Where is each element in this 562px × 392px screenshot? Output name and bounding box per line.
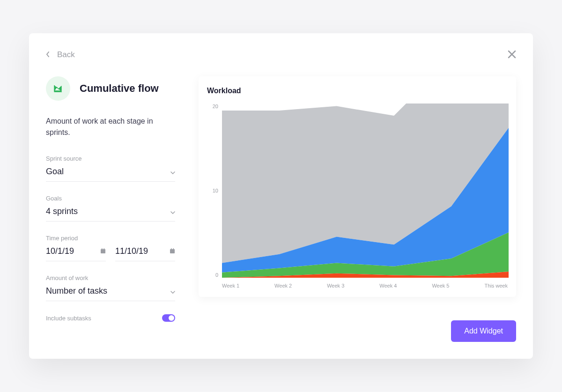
y-tick: 10 [213,188,218,193]
panel-title: Cumulative flow [80,82,159,95]
calendar-icon [100,247,106,256]
x-tick: Week 1 [222,283,239,288]
svg-rect-0 [101,249,105,253]
add-widget-button[interactable]: Add Widget [451,320,516,342]
svg-rect-5 [173,248,174,250]
x-tick: Week 2 [274,283,292,288]
goals-select[interactable]: 4 sprints [46,207,175,222]
back-label: Back [57,50,75,59]
panel-subtitle: Amount of work at each stage in sprints. [46,116,175,138]
goals-field: Goals 4 sprints [46,195,175,222]
time-period-label: Time period [46,235,175,242]
svg-rect-2 [104,248,105,250]
time-period-field: Time period 10/1/19 11/10/19 [46,235,175,261]
y-tick: 20 [213,104,218,109]
svg-rect-4 [171,248,172,250]
x-tick: Week 4 [379,283,397,288]
sprint-source-label: Sprint source [46,155,175,162]
end-date-input[interactable]: 11/10/19 [115,246,175,261]
chevron-left-icon [46,50,50,59]
modal-header: Back [46,48,516,61]
close-button[interactable] [508,48,516,61]
widget-config-modal: Back Cumulative flow Amount of work at e… [29,33,533,359]
y-axis: 20 10 0 [207,104,218,278]
chevron-down-icon [170,287,175,296]
start-date-input[interactable]: 10/1/19 [46,246,106,261]
preview-panel: Workload 20 10 0 Week 1Week 2Week 3Week … [199,76,516,342]
amount-of-work-select[interactable]: Number of tasks [46,286,175,301]
goals-label: Goals [46,195,175,202]
back-button[interactable]: Back [46,50,75,59]
chevron-down-icon [170,168,175,176]
amount-of-work-field: Amount of work Number of tasks [46,274,175,301]
date-range-row: 10/1/19 11/10/19 [46,246,175,261]
chart-title: Workload [207,87,508,95]
modal-content: Cumulative flow Amount of work at each s… [46,76,516,342]
x-tick: Week 3 [327,283,344,288]
toggle-knob [169,315,174,321]
x-axis: Week 1Week 2Week 3Week 4Week 5This week [222,283,508,288]
footer-row: Add Widget [199,320,516,342]
sprint-source-field: Sprint source Goal [46,155,175,182]
svg-rect-1 [102,248,103,250]
amount-of-work-label: Amount of work [46,274,175,281]
goals-value: 4 sprints [46,207,78,216]
include-subtasks-label: Include subtasks [46,315,91,322]
chart-svg [222,104,509,278]
chevron-down-icon [170,207,175,216]
chart-container: Workload 20 10 0 Week 1Week 2Week 3Week … [199,76,516,297]
area-chart-icon [46,76,70,101]
panel-title-row: Cumulative flow [46,76,175,101]
x-tick: This week [484,283,508,288]
end-date-value: 11/10/19 [115,246,148,256]
svg-rect-3 [170,249,175,253]
sprint-source-value: Goal [46,167,64,177]
amount-of-work-value: Number of tasks [46,286,107,296]
calendar-icon [170,247,175,256]
y-tick: 0 [215,272,218,278]
include-subtasks-toggle[interactable] [162,314,175,322]
x-tick: Week 5 [432,283,449,288]
include-subtasks-row: Include subtasks [46,314,175,322]
start-date-value: 10/1/19 [46,246,74,256]
chart-area: 20 10 0 Week 1Week 2Week 3Week 4Week 5Th… [207,104,508,288]
config-panel: Cumulative flow Amount of work at each s… [46,76,175,342]
sprint-source-select[interactable]: Goal [46,167,175,182]
